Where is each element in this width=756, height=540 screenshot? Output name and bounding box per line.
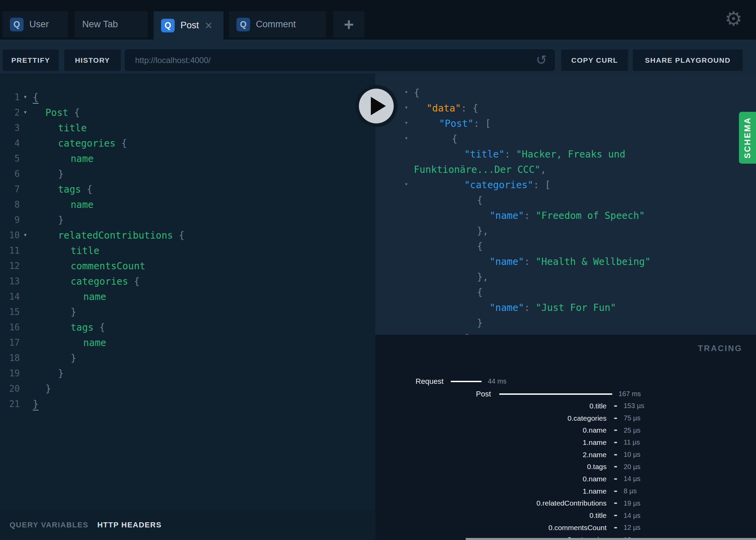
- editor-line: 19}: [0, 366, 375, 381]
- response-line: {: [375, 239, 756, 254]
- code-token: "name": [490, 256, 524, 267]
- line-number: 10: [0, 228, 20, 243]
- editor-line: 16tags {: [0, 320, 375, 335]
- code-token: {: [472, 103, 478, 114]
- close-tab-icon[interactable]: ×: [205, 19, 212, 32]
- tab-comment[interactable]: QComment: [229, 11, 326, 38]
- toolbar: PRETTIFY HISTORY ↺ COPY CURL SHARE PLAYG…: [0, 40, 756, 73]
- code-token: {: [128, 276, 140, 287]
- schema-side-tab[interactable]: SCHEMA: [739, 112, 756, 164]
- share-playground-button[interactable]: SHARE PLAYGROUND: [633, 49, 743, 71]
- code-token: }: [71, 306, 76, 318]
- code-token: [: [545, 179, 551, 191]
- tab-label: Comment: [256, 19, 296, 30]
- trace-resolver-row: 1.name8 µs: [375, 485, 756, 497]
- code-token: :: [524, 302, 536, 313]
- response-line-content: "name": "Just For Fun": [375, 300, 616, 315]
- execute-query-button[interactable]: [355, 85, 397, 127]
- response-line: }: [375, 315, 756, 331]
- line-number: 4: [0, 136, 20, 151]
- horizontal-scrollbar[interactable]: [466, 538, 756, 540]
- trace-operation-label: Post: [375, 390, 491, 399]
- code-token: :: [505, 149, 516, 160]
- response-line: ]: [375, 331, 756, 335]
- response-line-content: ]: [375, 331, 470, 335]
- trace-resolver-name: 1.name: [375, 438, 607, 447]
- tab-new-tab[interactable]: New Tab: [75, 11, 148, 38]
- trace-resolver-time: 11 µs: [624, 438, 640, 446]
- response-line: },: [375, 223, 756, 239]
- trace-resolver-name: 0.categories: [375, 414, 607, 422]
- fold-arrow-icon[interactable]: ▾: [20, 227, 30, 242]
- trace-resolver-name: 0.title: [375, 511, 607, 520]
- response-line: "name": "Health & Wellbeing": [375, 254, 756, 269]
- collapse-arrow-icon[interactable]: ▾: [402, 130, 411, 146]
- tab-user[interactable]: QUser: [2, 11, 68, 38]
- prettify-button[interactable]: PRETTIFY: [3, 49, 59, 71]
- code-token: {: [81, 184, 92, 195]
- editor-line: 2▾Post {: [0, 105, 375, 120]
- response-line: ▾{: [375, 131, 756, 147]
- editor-bottom-bar: QUERY VARIABLES HTTP HEADERS: [0, 510, 375, 540]
- line-number: 1: [0, 90, 20, 105]
- response-line: },: [375, 269, 756, 285]
- code-token: }: [45, 383, 51, 394]
- collapse-arrow-icon[interactable]: ▾: [402, 176, 411, 192]
- trace-request-row: Request 44 ms: [375, 376, 756, 387]
- editor-line-content: commentsCount: [0, 258, 145, 274]
- line-number: 8: [0, 197, 20, 212]
- history-button[interactable]: HISTORY: [64, 49, 121, 71]
- response-line: "title": "Hacker, Freaks und: [375, 147, 756, 162]
- execute-query-button-face: [359, 89, 394, 123]
- editor-line: 18}: [0, 350, 375, 366]
- line-number: 20: [0, 381, 20, 396]
- collapse-arrow-icon[interactable]: ▾: [402, 100, 411, 115]
- response-line-content: {: [375, 131, 457, 147]
- code-token: "Health & Wellbeing": [536, 256, 651, 267]
- fold-arrow-icon[interactable]: ▾: [20, 104, 30, 120]
- editor-line: 11title: [0, 243, 375, 258]
- response-line: ▾"Post": [: [375, 116, 756, 131]
- code-token: :: [461, 103, 472, 114]
- collapse-arrow-icon[interactable]: ▾: [402, 84, 411, 100]
- trace-resolver-time: 12 µs: [624, 524, 640, 531]
- duration-dash-icon: [614, 527, 617, 528]
- response-line-content: {: [375, 239, 483, 254]
- endpoint-url-wrap: ↺: [125, 49, 555, 71]
- editor-line-content: categories {: [0, 274, 140, 289]
- trace-resolver-name: 0.tags: [375, 463, 607, 471]
- response-line: Funktionäre...Der CCC",: [375, 162, 756, 177]
- code-token: }: [58, 168, 64, 180]
- editor-line: 8name: [0, 197, 375, 212]
- code-token: :: [524, 256, 536, 267]
- code-token: name: [83, 291, 106, 302]
- trace-resolver-time: 25 µs: [624, 426, 640, 434]
- line-number: 16: [0, 320, 20, 335]
- http-headers-tab[interactable]: HTTP HEADERS: [97, 521, 162, 529]
- code-token: },: [477, 271, 489, 283]
- code-token: :: [524, 210, 536, 221]
- fold-arrow-icon[interactable]: ▾: [20, 89, 30, 104]
- line-number: 3: [0, 120, 20, 136]
- code-token: "Hacker, Freaks und: [516, 149, 625, 160]
- collapse-arrow-icon[interactable]: ▾: [402, 115, 411, 130]
- trace-operation-time: 167 ms: [619, 390, 641, 398]
- reload-schema-icon[interactable]: ↺: [534, 52, 549, 68]
- endpoint-url-input[interactable]: [125, 49, 555, 71]
- response-line: {: [375, 285, 756, 300]
- response-line: "name": "Just For Fun": [375, 300, 756, 315]
- code-token: ,: [540, 164, 546, 175]
- code-token: "Just For Fun": [536, 302, 616, 313]
- query-editor[interactable]: 1▾{2▾Post {3title4categories {5name6}7ta…: [0, 73, 375, 510]
- query-variables-tab[interactable]: QUERY VARIABLES: [10, 521, 88, 529]
- code-token: {: [477, 287, 483, 298]
- trace-resolver-name: 0.relatedContributions: [375, 499, 607, 507]
- editor-line: 3title: [0, 120, 375, 136]
- copy-curl-button[interactable]: COPY CURL: [561, 49, 628, 71]
- code-token: :: [474, 118, 485, 129]
- tab-label: New Tab: [82, 19, 118, 30]
- response-line-content: {: [375, 193, 483, 208]
- settings-gear-icon[interactable]: ⚙: [723, 7, 744, 31]
- add-tab-button[interactable]: +: [333, 11, 364, 38]
- tab-post[interactable]: QPost×: [154, 11, 223, 40]
